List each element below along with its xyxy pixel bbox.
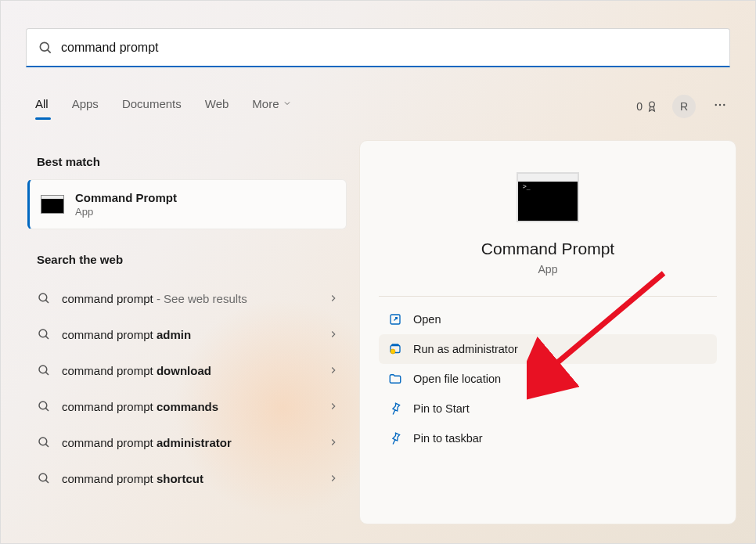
search-icon bbox=[37, 435, 51, 449]
search-web-heading: Search the web bbox=[27, 243, 347, 277]
web-result-item[interactable]: command prompt download bbox=[27, 352, 347, 388]
tab-apps[interactable]: Apps bbox=[72, 97, 99, 117]
command-prompt-app-icon bbox=[517, 172, 579, 222]
tab-more[interactable]: More bbox=[252, 97, 291, 117]
svg-point-5 bbox=[723, 104, 725, 106]
pin-to-taskbar-action[interactable]: Pin to taskbar bbox=[379, 423, 717, 453]
web-result-prefix: command prompt bbox=[62, 328, 157, 341]
svg-point-20 bbox=[391, 349, 395, 354]
pin-to-start-action[interactable]: Pin to Start bbox=[379, 394, 717, 423]
web-result-bold: commands bbox=[157, 400, 218, 413]
ellipsis-icon bbox=[713, 98, 727, 112]
search-icon bbox=[38, 40, 53, 56]
web-result-prefix: command prompt bbox=[62, 292, 153, 305]
more-options-button[interactable] bbox=[710, 95, 730, 118]
svg-line-9 bbox=[45, 336, 49, 339]
search-input[interactable] bbox=[53, 41, 718, 55]
web-result-item[interactable]: command prompt shortcut bbox=[27, 460, 347, 496]
web-result-prefix: command prompt bbox=[62, 400, 157, 413]
svg-line-15 bbox=[45, 444, 49, 447]
web-results-list: command prompt - See web results command… bbox=[27, 280, 347, 496]
svg-line-17 bbox=[45, 480, 49, 483]
web-result-bold: administrator bbox=[157, 436, 232, 449]
open-file-location-action[interactable]: Open file location bbox=[379, 364, 717, 394]
command-prompt-icon bbox=[41, 195, 64, 214]
search-icon bbox=[37, 471, 51, 485]
pin-icon bbox=[388, 402, 402, 416]
svg-point-14 bbox=[39, 438, 47, 445]
web-result-bold: admin bbox=[157, 328, 191, 341]
best-match-title: Command Prompt bbox=[75, 191, 177, 204]
chevron-right-icon bbox=[328, 473, 339, 484]
web-result-item[interactable]: command prompt - See web results bbox=[27, 280, 347, 316]
result-details-panel: Command Prompt App Open Run as administr… bbox=[359, 140, 736, 524]
web-result-bold: shortcut bbox=[157, 472, 203, 485]
panel-title: Command Prompt bbox=[379, 240, 717, 258]
search-icon bbox=[37, 291, 51, 305]
rewards-points[interactable]: 0 bbox=[636, 100, 658, 113]
tab-all[interactable]: All bbox=[35, 97, 49, 117]
web-result-bold: download bbox=[157, 364, 211, 377]
svg-point-10 bbox=[39, 366, 47, 373]
web-result-item[interactable]: command prompt admin bbox=[27, 316, 347, 352]
tab-more-label: More bbox=[252, 97, 279, 110]
chevron-right-icon bbox=[328, 437, 339, 448]
web-result-prefix: command prompt bbox=[62, 436, 157, 449]
best-match-result[interactable]: Command Prompt App bbox=[27, 179, 347, 229]
svg-point-2 bbox=[650, 102, 655, 107]
search-bar[interactable] bbox=[26, 28, 730, 67]
run-as-administrator-label: Run as administrator bbox=[413, 343, 518, 355]
divider bbox=[379, 296, 717, 297]
pin-icon bbox=[388, 431, 402, 445]
open-icon bbox=[388, 312, 402, 326]
tab-documents[interactable]: Documents bbox=[122, 97, 182, 117]
pin-to-taskbar-label: Pin to taskbar bbox=[413, 432, 483, 445]
open-action[interactable]: Open bbox=[379, 304, 717, 334]
web-result-item[interactable]: command prompt administrator bbox=[27, 424, 347, 460]
run-as-administrator-action[interactable]: Run as administrator bbox=[379, 334, 717, 364]
best-match-heading: Best match bbox=[27, 146, 347, 179]
web-result-item[interactable]: command prompt commands bbox=[27, 388, 347, 424]
web-result-suffix: - See web results bbox=[153, 292, 247, 305]
panel-subtitle: App bbox=[379, 263, 717, 276]
svg-line-1 bbox=[48, 49, 51, 52]
search-filter-tabs: All Apps Documents Web More 0 R bbox=[35, 91, 730, 122]
folder-icon bbox=[388, 372, 402, 386]
best-match-subtitle: App bbox=[75, 206, 177, 218]
shield-admin-icon bbox=[388, 342, 402, 356]
svg-line-13 bbox=[45, 408, 49, 411]
svg-point-4 bbox=[719, 104, 721, 106]
chevron-down-icon bbox=[283, 99, 292, 108]
svg-point-16 bbox=[39, 474, 47, 481]
svg-point-0 bbox=[40, 42, 49, 51]
open-label: Open bbox=[413, 313, 441, 326]
web-result-prefix: command prompt bbox=[62, 364, 157, 377]
svg-point-3 bbox=[715, 104, 717, 106]
search-icon bbox=[37, 327, 51, 341]
chevron-right-icon bbox=[328, 329, 339, 340]
search-icon bbox=[37, 399, 51, 413]
chevron-right-icon bbox=[328, 293, 339, 304]
svg-point-12 bbox=[39, 402, 47, 409]
svg-line-11 bbox=[45, 372, 49, 375]
svg-point-6 bbox=[39, 294, 47, 301]
svg-point-8 bbox=[39, 330, 47, 337]
user-avatar[interactable]: R bbox=[672, 95, 696, 118]
chevron-right-icon bbox=[328, 365, 339, 376]
open-file-location-label: Open file location bbox=[413, 373, 501, 385]
tab-web[interactable]: Web bbox=[205, 97, 229, 117]
rewards-count: 0 bbox=[636, 100, 643, 113]
svg-line-7 bbox=[45, 300, 49, 303]
search-icon bbox=[37, 363, 51, 377]
pin-to-start-label: Pin to Start bbox=[413, 402, 470, 415]
web-result-prefix: command prompt bbox=[62, 472, 157, 485]
medal-icon bbox=[646, 100, 658, 113]
chevron-right-icon bbox=[328, 401, 339, 412]
